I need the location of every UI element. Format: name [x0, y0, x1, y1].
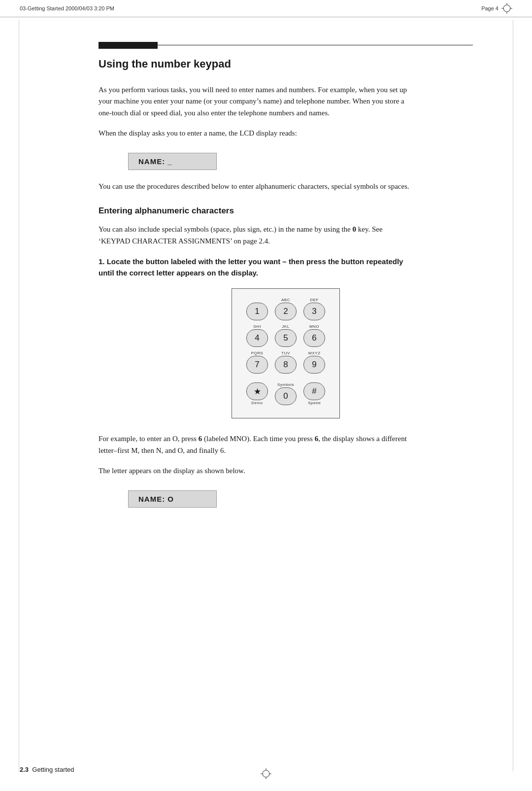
sub-p1-part1: You can also include special symbols (sp… — [99, 225, 352, 233]
content-area: Using the number keypad As you perform v… — [0, 17, 532, 558]
key-cell-8: TUV 8 — [271, 351, 300, 374]
key-8-top-label: TUV — [281, 351, 290, 355]
key-3-top-label: DEF — [310, 298, 319, 302]
key-6-symbol: 6 — [312, 333, 316, 343]
key-0-symbol: 0 — [283, 391, 288, 401]
subsection-title: Entering alphanumeric characters — [99, 206, 473, 216]
key-cell-4: GHI 4 — [243, 324, 271, 347]
key-cell-6: MNO 6 — [300, 324, 329, 347]
key-button-4[interactable]: 4 — [246, 329, 268, 347]
key-cell-hash: # Speed — [300, 378, 329, 405]
example-p1-part2: (labeled MNO). Each time you press — [202, 435, 314, 443]
right-margin-line — [513, 20, 513, 771]
key-1-top-label — [257, 298, 258, 302]
key-cell-2: ABC 2 — [271, 298, 300, 320]
key-4-top-label: GHI — [253, 324, 261, 329]
page-header: 03-Getting Started 2000/04/03 3:20 PM Pa… — [0, 0, 532, 17]
intro-paragraph-2: When the display asks you to enter a nam… — [99, 128, 414, 139]
bottom-crosshair-icon — [261, 768, 271, 779]
key-button-0[interactable]: 0 — [275, 387, 297, 405]
lcd-display-1: NAME: _ — [128, 153, 217, 170]
header-page-label: Page 4 — [481, 5, 499, 11]
key-button-6[interactable]: 6 — [303, 329, 325, 347]
key-hash-sublabel: Speed — [308, 401, 321, 405]
section-title: Using the number keypad — [99, 58, 473, 70]
key-cell-1: 1 — [243, 298, 271, 320]
keypad-row-1: 1 ABC 2 DEF 3 — [243, 298, 329, 320]
keypad-box: 1 ABC 2 DEF 3 — [232, 288, 340, 418]
key-7-top-label: PQRS — [251, 351, 264, 355]
key-9-top-label: WXYZ — [308, 351, 320, 355]
page-footer: 2.3 Getting started — [20, 766, 74, 773]
header-right: Page 4 — [481, 3, 512, 14]
key-hash-top-label — [314, 378, 315, 382]
key-button-3[interactable]: 3 — [303, 303, 325, 320]
key-button-9[interactable]: 9 — [303, 356, 325, 374]
footer-text: Getting started — [32, 766, 74, 773]
section-bar — [99, 42, 473, 49]
key-cell-star: ★ Demo — [243, 378, 271, 405]
intro-paragraph-3: You can use the procedures described bel… — [99, 181, 414, 192]
key-hash-symbol: # — [312, 386, 316, 396]
key-9-symbol: 9 — [312, 360, 316, 370]
key-button-star[interactable]: ★ — [246, 382, 268, 400]
example-paragraph-2: The letter appears on the display as sho… — [99, 465, 414, 477]
key-cell-7: PQRS 7 — [243, 351, 271, 374]
key-button-1[interactable]: 1 — [246, 303, 268, 320]
key-7-symbol: 7 — [255, 360, 259, 370]
key-5-symbol: 5 — [283, 333, 288, 343]
key-1-symbol: 1 — [255, 307, 259, 316]
key-button-7[interactable]: 7 — [246, 356, 268, 374]
key-2-symbol: 2 — [283, 307, 288, 316]
key-button-2[interactable]: 2 — [275, 303, 297, 320]
key-button-5[interactable]: 5 — [275, 329, 297, 347]
key-button-hash[interactable]: # — [303, 382, 325, 400]
key-0-top-label: Symbols — [277, 382, 294, 387]
step-1-text: 1. Locate the button labeled with the le… — [99, 256, 404, 279]
key-button-8[interactable]: 8 — [275, 356, 297, 374]
key-cell-3: DEF 3 — [300, 298, 329, 320]
key-cell-9: WXYZ 9 — [300, 351, 329, 374]
keypad-row-4: ★ Demo Symbols 0 # — [243, 378, 329, 405]
key-cell-5: JKL 5 — [271, 324, 300, 347]
example-paragraph-1: For example, to enter an O, press 6 (lab… — [99, 433, 414, 456]
black-bar-decoration — [99, 42, 158, 49]
header-left: 03-Getting Started 2000/04/03 3:20 PM — [20, 5, 114, 11]
key-5-top-label: JKL — [282, 324, 289, 329]
page-wrapper: 03-Getting Started 2000/04/03 3:20 PM Pa… — [0, 0, 532, 791]
keypad-row-2: GHI 4 JKL 5 MNO 6 — [243, 324, 329, 347]
svg-point-0 — [503, 5, 510, 12]
sub-p1-bold: 0 — [352, 225, 356, 233]
sub-paragraph-1: You can also include special symbols (sp… — [99, 224, 414, 247]
example-p1-part1: For example, to enter an O, press — [99, 435, 199, 443]
key-star-sublabel: Demo — [251, 401, 263, 405]
key-6-top-label: MNO — [309, 324, 319, 329]
bottom-crosshair — [261, 768, 271, 781]
key-8-symbol: 8 — [283, 360, 288, 370]
key-star-symbol: ★ — [254, 386, 261, 397]
key-cell-0: Symbols 0 — [271, 382, 300, 405]
key-star-top-label — [257, 378, 258, 382]
left-margin-line — [19, 20, 19, 771]
intro-paragraph-1: As you perform various tasks, you will n… — [99, 84, 414, 119]
keypad-wrapper: 1 ABC 2 DEF 3 — [99, 288, 473, 418]
header-crosshair-icon — [501, 3, 512, 14]
header-file-info: 03-Getting Started 2000/04/03 3:20 PM — [20, 5, 114, 11]
key-3-symbol: 3 — [312, 307, 316, 316]
key-2-top-label: ABC — [281, 298, 290, 302]
svg-point-5 — [263, 770, 269, 777]
keypad-row-3: PQRS 7 TUV 8 WXYZ 9 — [243, 351, 329, 374]
lcd-display-2: NAME: O — [128, 490, 217, 508]
footer-number: 2.3 — [20, 766, 29, 773]
section-line — [158, 45, 473, 45]
key-4-symbol: 4 — [255, 333, 259, 343]
